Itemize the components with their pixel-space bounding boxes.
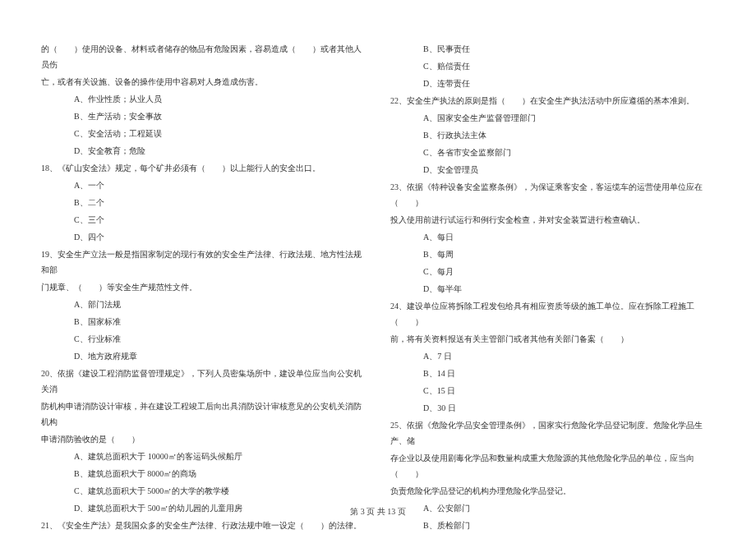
q22-option-c: C、各省市安全监察部门 (390, 145, 715, 160)
q20-option-a: A、建筑总面积大于 10000㎡的客运码头候船厅 (41, 449, 366, 464)
q18-option-d: D、四个 (41, 229, 366, 245)
q22-option-d: D、安全管理员 (390, 162, 715, 177)
q20-option-c: C、建筑总面积大于 5000㎡的大学的教学楼 (41, 483, 366, 499)
q23-stem-line2: 投入使用前进行试运行和例行安全检查，并对安全装置进行检查确认。 (390, 212, 715, 228)
q19-stem-line2: 门规章、（ ）等安全生产规范性文件。 (41, 279, 366, 295)
right-column: B、民事责任 C、赔偿责任 D、连带责任 22、安全生产执法的原则是指（ ）在安… (390, 41, 715, 501)
q17-option-a: A、作业性质；从业人员 (41, 91, 366, 107)
page-footer: 第 3 页 共 13 页 (0, 506, 756, 518)
q23-option-d: D、每半年 (390, 281, 715, 297)
q23-option-b: B、每周 (390, 246, 715, 262)
q19-stem-line1: 19、安全生产立法一般是指国家制定的现行有效的安全生产法律、行政法规、地方性法规… (41, 246, 366, 278)
q20-stem-line3: 申请消防验收的是（ ） (41, 431, 366, 447)
q17-option-c: C、安全活动；工程延误 (41, 126, 366, 141)
q20-stem-line1: 20、依据《建设工程消防监督管理规定》，下列人员密集场所中，建设单位应当向公安机… (41, 366, 366, 397)
left-column: 的（ ）使用的设备、材料或者储存的物品有危险因素，容易造成（ ）或者其他人员伤 … (41, 41, 366, 501)
q25-option-b: B、质检部门 (390, 518, 715, 533)
q24-option-b: B、14 日 (390, 366, 715, 381)
q23-option-c: C、每月 (390, 264, 715, 279)
q25-stem-line2: 存企业以及使用剧毒化学品和数量构成重大危险源的其他危险化学品的单位，应当向（ ） (390, 450, 715, 481)
q24-option-a: A、7 日 (390, 348, 715, 364)
q19-option-c: C、行业标准 (41, 331, 366, 347)
q25-stem-line3: 负责危险化学品登记的机构办理危险化学品登记。 (390, 483, 715, 499)
q24-option-d: D、30 日 (390, 400, 715, 416)
q18-option-a: A、一个 (41, 177, 366, 193)
q19-option-d: D、地方政府规章 (41, 348, 366, 364)
q18-option-c: C、三个 (41, 212, 366, 228)
q23-stem-line1: 23、依据《特种设备安全监察条例》，为保证乘客安全，客运缆车的运营使用单位应在（… (390, 179, 715, 210)
q18-stem: 18、《矿山安全法》规定，每个矿井必须有（ ）以上能行人的安全出口。 (41, 160, 366, 176)
q17-option-b: B、生产活动；安全事故 (41, 108, 366, 124)
page-container: 的（ ）使用的设备、材料或者储存的物品有危险因素，容易造成（ ）或者其他人员伤 … (41, 41, 715, 501)
q24-option-c: C、15 日 (390, 383, 715, 398)
q19-option-b: B、国家标准 (41, 314, 366, 329)
q22-option-a: A、国家安全生产监督管理部门 (390, 110, 715, 126)
q17-stem-line1: 的（ ）使用的设备、材料或者储存的物品有危险因素，容易造成（ ）或者其他人员伤 (41, 41, 366, 72)
q22-stem: 22、安全生产执法的原则是指（ ）在安全生产执法活动中所应遵循的基本准则。 (390, 93, 715, 108)
q21-option-c: C、赔偿责任 (390, 58, 715, 74)
q20-stem-line2: 防机构申请消防设计审核，并在建设工程竣工后向出具消防设计审核意见的公安机关消防机… (41, 398, 366, 430)
q21-option-d: D、连带责任 (390, 76, 715, 91)
q20-option-b: B、建筑总面积大于 8000㎡的商场 (41, 466, 366, 481)
q17-option-d: D、安全教育；危险 (41, 143, 366, 159)
q18-option-b: B、二个 (41, 195, 366, 210)
q24-stem-line1: 24、建设单位应将拆除工程发包给具有相应资质等级的施工单位。应在拆除工程施工（ … (390, 298, 715, 329)
q19-option-a: A、部门法规 (41, 297, 366, 312)
q24-stem-line2: 前，将有关资料报送有关主管部门或者其他有关部门备案（ ） (390, 331, 715, 347)
q25-stem-line1: 25、依据《危险化学品安全管理条例》，国家实行危险化学品登记制度。危险化学品生产… (390, 417, 715, 449)
q23-option-a: A、每日 (390, 229, 715, 245)
q21-stem: 21、《安全生产法》是我国众多的安全生产法律、行政法规中唯一设定（ ）的法律。 (41, 518, 366, 533)
q22-option-b: B、行政执法主体 (390, 127, 715, 143)
q21-option-b: B、民事责任 (390, 41, 715, 57)
q17-stem-line2: 亡，或者有关设施、设备的操作使用中容易对人身造成伤害。 (41, 74, 366, 90)
